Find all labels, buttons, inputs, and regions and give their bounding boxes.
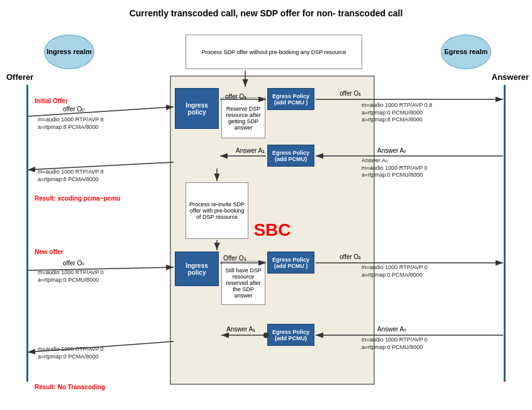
ingress-cloud: Ingress realm [44, 35, 94, 69]
sdp-answer-left: m=audio 1000 RTP/AVP 8 a=rtpmap:8 PCMA/8… [38, 169, 104, 183]
offer-o1-inside-top: offer O₁ [225, 93, 247, 100]
process-box-top: Process SDP offer without pre-booking an… [186, 35, 362, 69]
offerer-line [26, 85, 28, 382]
egress-policy-bottom2: Egress Policy (add PCMU) [267, 324, 314, 346]
svg-line-3 [28, 107, 174, 116]
answer-a0-right-label: Answer A₀ [377, 147, 406, 154]
initial-offer-label: Initial Offer [35, 97, 68, 104]
egress-realm-label: Egress realm [444, 48, 487, 56]
offer-o0-bottom: offer O₀ [63, 260, 84, 267]
sdp-answer-left-bottom: m=audio 1000 RTP/AVP 0 a=rtpmap:0 PCMA/8… [38, 346, 104, 360]
result-xcoding: Result: xcoding pcma~pcmu [35, 195, 120, 202]
sdp-right-bottom-answer: m=audio 1000 RTP/AVP 0 a=rtpmap:0 PCMU/8… [362, 336, 428, 351]
ingress-policy-bottom: Ingress policy [175, 252, 219, 286]
process-reinvite-box: Process re-invite SDP offer with pre-boo… [186, 182, 248, 239]
answerer-label: Answerer [492, 72, 529, 82]
egress-policy-top1: Egress Policy (add PCMU ) [267, 88, 314, 110]
offerer-label: Offerer [6, 72, 33, 82]
answerer-line [504, 85, 506, 382]
answer-a0-right-bottom: Answer A₀ [377, 326, 406, 333]
answer-a1-inside-top: Answer A₁ [236, 147, 265, 154]
still-dsp-box: Still have DSP resource reserved after t… [221, 261, 265, 305]
ingress-policy-top: Ingress policy [175, 88, 219, 129]
reserve-dsp-box: Reserve DSP resource after getting SDP a… [221, 97, 265, 138]
new-offer-label: New offer [35, 248, 64, 255]
offer-o2-right-bottom: offer O₂ [340, 253, 361, 260]
sdp-right-top-answer: Answer A₀ m=audio 1000 RTP/AVP 0 a=rtpma… [362, 157, 428, 179]
sdp-right-bottom-offer: m=audio 1000 RTP/AVP 0 a=rtpmap:0 PCMA/8… [362, 264, 428, 279]
sdp-initial-offer: m=audio 1000 RTP/AVP 8 a=rtpmap:8 PCMA/8… [38, 116, 104, 131]
offer-o0-left-top: offer O₀ [63, 106, 84, 113]
egress-policy-top2: Egress Policy (add PCMU) [267, 145, 314, 167]
sbc-label: SBC [253, 220, 291, 240]
ingress-realm-label: Ingress realm [47, 48, 92, 56]
diagram-container: Currently transcoded call, new SDP offer… [0, 0, 532, 410]
egress-cloud: Egress realm [441, 35, 491, 69]
offer-o1-bottom: Offer O₁ [223, 255, 247, 262]
result-no-transcoding: Result: No Transcoding [35, 384, 105, 391]
egress-policy-bottom1: Egress Policy (add PCMU ) [267, 252, 314, 274]
answer-a1-bottom: Answer A₁ [226, 326, 255, 333]
sdp-right-top-offer: m=audio 1000 RTP/AVP 0 8 a=rtpmap:0 PCMU… [362, 102, 432, 124]
sdp-new-offer-left: m=audio 1000 RTP/AVP 0 a=rtpmap:0 PCMU/8… [38, 269, 104, 284]
offer-o2-right-top: offer O₂ [340, 90, 361, 97]
main-title: Currently transcoded call, new SDP offer… [0, 3, 532, 18]
